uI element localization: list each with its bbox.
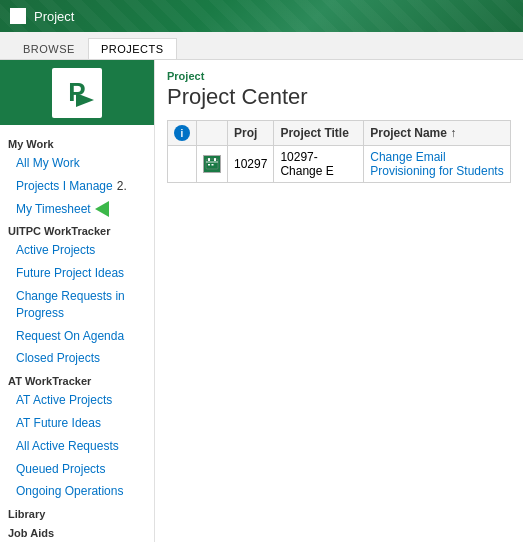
content-subtitle: Project bbox=[167, 70, 511, 82]
col-info: i bbox=[168, 121, 197, 146]
sidebar-item-future-project-ideas[interactable]: Future Project Ideas bbox=[0, 262, 154, 285]
table-row: 10297 10297-Change E Change Email Provis… bbox=[168, 146, 511, 183]
sidebar-item-at-active-projects[interactable]: AT Active Projects bbox=[0, 389, 154, 412]
sidebar-item-request-on-agenda[interactable]: Request On Agenda bbox=[0, 325, 154, 348]
logo-box: P bbox=[52, 68, 102, 118]
section-job-aids[interactable]: Job Aids bbox=[0, 522, 154, 541]
tab-projects[interactable]: PROJECTS bbox=[88, 38, 177, 59]
sidebar-item-closed-projects[interactable]: Closed Projects bbox=[0, 347, 154, 370]
main-layout: P My Work All My Work Projects I Manage … bbox=[0, 60, 523, 542]
col-icon bbox=[197, 121, 228, 146]
arrow-my-timesheet bbox=[95, 201, 109, 217]
svg-marker-4 bbox=[76, 93, 94, 107]
svg-rect-2 bbox=[12, 17, 17, 22]
col-proj: Proj bbox=[228, 121, 274, 146]
svg-rect-6 bbox=[208, 158, 210, 161]
cell-project-title-short: 10297-Change E bbox=[274, 146, 364, 183]
sidebar-item-active-projects[interactable]: Active Projects bbox=[0, 239, 154, 262]
annotation-2: 2. bbox=[117, 178, 127, 195]
app-title: Project bbox=[34, 9, 74, 24]
content-title: Project Center bbox=[167, 84, 511, 110]
cell-proj-id: 10297 bbox=[228, 146, 274, 183]
section-library: Library bbox=[0, 503, 154, 522]
cell-info bbox=[168, 146, 197, 183]
project-table: i Proj Project Title Project Name ↑ bbox=[167, 120, 511, 183]
cell-project-name: Change Email Provisioning for Students bbox=[364, 146, 511, 183]
sidebar-item-queued-projects[interactable]: Queued Projects bbox=[0, 458, 154, 481]
sidebar-item-change-requests[interactable]: Change Requests in Progress bbox=[0, 285, 154, 325]
project-row-icon bbox=[203, 155, 221, 173]
col-project-title: Project Title bbox=[274, 121, 364, 146]
top-bar: Project bbox=[0, 0, 523, 32]
info-icon: i bbox=[174, 125, 190, 141]
col-project-name: Project Name ↑ bbox=[364, 121, 511, 146]
cell-icon bbox=[197, 146, 228, 183]
svg-rect-9 bbox=[208, 164, 210, 166]
section-uitpc: UITPC WorkTracker bbox=[0, 220, 154, 239]
sidebar-item-ongoing-operations[interactable]: Ongoing Operations bbox=[0, 480, 154, 503]
svg-rect-10 bbox=[212, 164, 214, 166]
sidebar-item-all-active-requests[interactable]: All Active Requests bbox=[0, 435, 154, 458]
logo-area: P bbox=[0, 60, 154, 125]
tab-browse[interactable]: BROWSE bbox=[10, 38, 88, 59]
project-name-link[interactable]: Change Email Provisioning for Students bbox=[370, 150, 503, 178]
svg-rect-0 bbox=[12, 10, 17, 15]
sidebar-item-all-my-work[interactable]: All My Work bbox=[0, 152, 154, 175]
svg-rect-3 bbox=[19, 17, 24, 22]
section-my-work: My Work bbox=[0, 133, 154, 152]
sidebar-item-at-future-ideas[interactable]: AT Future Ideas bbox=[0, 412, 154, 435]
svg-rect-1 bbox=[19, 10, 24, 15]
sidebar-item-projects-i-manage[interactable]: Projects I Manage 2. bbox=[0, 175, 154, 198]
section-at-worktracker: AT WorkTracker bbox=[0, 370, 154, 389]
svg-rect-7 bbox=[214, 158, 216, 161]
app-icon bbox=[10, 8, 26, 24]
logo-arrow bbox=[76, 85, 94, 113]
content-area: Project Project Center i Proj Project Ti… bbox=[155, 60, 523, 542]
sidebar-item-my-timesheet[interactable]: My Timesheet bbox=[0, 198, 154, 221]
sidebar: P My Work All My Work Projects I Manage … bbox=[0, 60, 155, 542]
nav-tabs: BROWSE PROJECTS bbox=[0, 32, 523, 60]
